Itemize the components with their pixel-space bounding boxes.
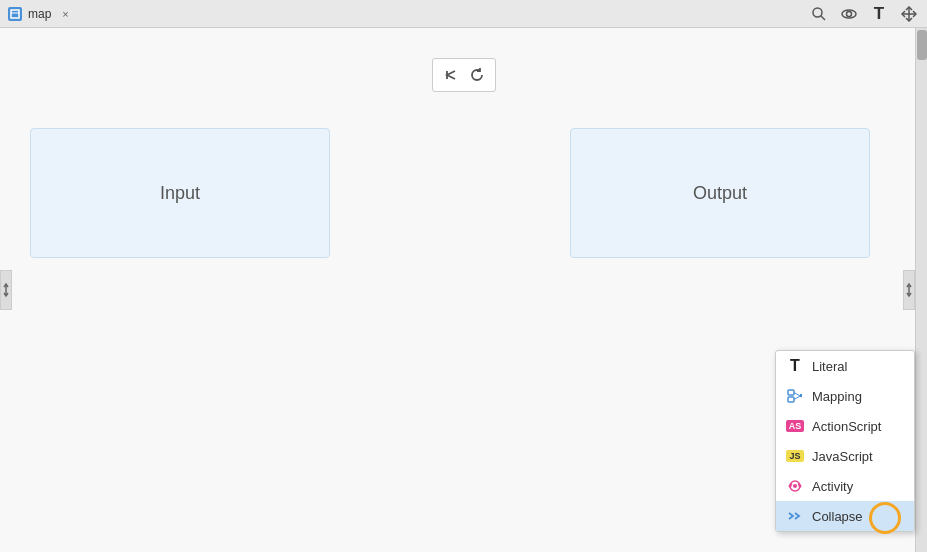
menu-item-actionscript[interactable]: AS ActionScript	[776, 411, 914, 441]
left-collapse-handle[interactable]	[0, 270, 12, 310]
menu-item-javascript[interactable]: JS JavaScript	[776, 441, 914, 471]
collapse-label: Collapse	[812, 509, 863, 524]
literal-label: Literal	[812, 359, 847, 374]
eye-icon[interactable]	[839, 4, 859, 24]
svg-line-3	[821, 16, 825, 20]
literal-icon: T	[786, 357, 804, 375]
search-icon[interactable]	[809, 4, 829, 24]
menu-item-mapping[interactable]: Mapping	[776, 381, 914, 411]
collapse-icon	[786, 507, 804, 525]
vertical-scrollbar[interactable]	[915, 28, 927, 552]
activity-icon	[786, 477, 804, 495]
title-bar: map × T	[0, 0, 927, 28]
mapping-label: Mapping	[812, 389, 862, 404]
svg-point-5	[847, 11, 852, 16]
mapping-icon	[786, 387, 804, 405]
svg-rect-0	[11, 10, 19, 18]
activity-label: Activity	[812, 479, 853, 494]
actionscript-label: ActionScript	[812, 419, 881, 434]
menu-item-collapse[interactable]: Collapse	[776, 501, 914, 531]
svg-point-21	[793, 484, 797, 488]
nav-strip	[432, 58, 496, 92]
svg-rect-15	[800, 394, 802, 397]
output-label: Output	[693, 183, 747, 204]
nav-arrow-button[interactable]	[439, 63, 463, 87]
move-icon[interactable]	[899, 4, 919, 24]
right-collapse-handle[interactable]	[903, 270, 915, 310]
svg-rect-12	[788, 397, 794, 402]
output-panel: Output	[570, 128, 870, 258]
dropdown-menu: T Literal Mapping AS ActionScript	[775, 350, 915, 532]
nav-refresh-button[interactable]	[465, 63, 489, 87]
tab-icon	[8, 7, 22, 21]
actionscript-icon: AS	[786, 417, 804, 435]
input-label: Input	[160, 183, 200, 204]
svg-point-2	[813, 8, 822, 17]
canvas-area: Input Output T Literal	[0, 28, 927, 552]
scrollbar-thumb[interactable]	[917, 30, 927, 60]
tab-title: map	[28, 7, 51, 21]
javascript-icon: JS	[786, 447, 804, 465]
text-icon[interactable]: T	[869, 4, 889, 24]
javascript-label: JavaScript	[812, 449, 873, 464]
menu-item-literal[interactable]: T Literal	[776, 351, 914, 381]
menu-item-activity[interactable]: Activity	[776, 471, 914, 501]
toolbar-icons: T	[809, 4, 919, 24]
input-panel: Input	[30, 128, 330, 258]
tab-section: map ×	[8, 6, 73, 22]
svg-rect-11	[788, 390, 794, 395]
close-button[interactable]: ×	[57, 6, 73, 22]
